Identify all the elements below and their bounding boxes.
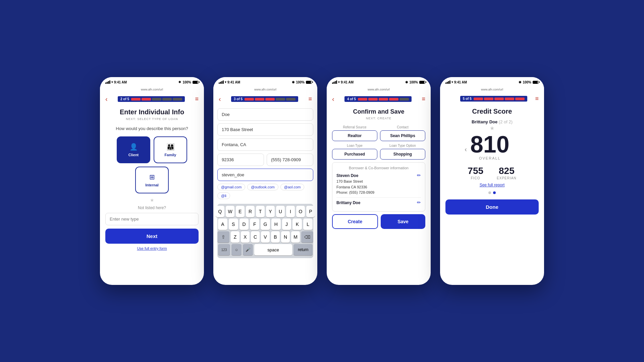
key-z[interactable]: Z [231,231,239,243]
email-chip-li[interactable]: @li [217,192,230,199]
back-button-2[interactable]: ‹ [219,95,221,103]
battery-fill-2 [306,81,311,83]
time-display-2: 9:41 AM [227,80,240,84]
key-a[interactable]: A [218,219,227,230]
credit-person-sub: (2 of 2) [499,119,513,124]
key-p[interactable]: P [306,206,315,217]
step-total-3: 5 [354,97,356,101]
key-v[interactable]: V [261,231,270,243]
key-l[interactable]: L [303,219,313,230]
prog-seg [245,98,254,101]
key-f[interactable]: F [250,219,259,230]
key-emoji[interactable]: ☺ [231,244,241,255]
address-input[interactable] [217,123,313,136]
credit-person-name: Brittany Doe [472,119,497,124]
signal-bar [445,82,446,84]
key-w[interactable]: W [226,206,234,217]
key-b[interactable]: B [271,231,280,243]
battery-fill [193,81,198,83]
key-h[interactable]: H [271,219,281,230]
url-bar-3: www.afn.com/url [327,87,431,93]
credit-prev-arrow[interactable]: ‹ [465,145,467,153]
borrower-name-1: Steven Doe [336,173,374,179]
prog-seg [505,98,514,100]
key-u[interactable]: U [276,206,285,217]
bluetooth-icon: ✱ [178,80,181,84]
option-client[interactable]: 👤 Client [117,136,150,163]
create-button[interactable]: Create [332,214,378,229]
back-button-3[interactable]: ‹ [332,95,334,103]
next-button-1[interactable]: Next [105,229,199,244]
city-state-input[interactable] [217,138,313,151]
star-rating-1: ★ [105,197,199,203]
key-o[interactable]: O [296,206,305,217]
status-left-1: ▾ 9:41 AM [105,80,127,84]
use-form-link-1[interactable]: Use full entry form [105,246,199,250]
key-j[interactable]: J [282,219,291,230]
key-k[interactable]: K [292,219,302,230]
step-total-2: 5 [241,97,243,101]
delete-key[interactable]: ⌫ [301,231,313,243]
prog-seg-pending [162,98,172,101]
edit-icon-1[interactable]: ✏ [417,173,421,178]
phone-3: ▾ 9:41 AM ✱ 100% www.afn.com/url ‹ 4 of … [327,77,431,285]
key-d[interactable]: D [239,219,249,230]
form-fields: @gmail.com @outlook.com @aol.com @li [217,106,313,201]
phone-input[interactable] [267,154,313,166]
keyboard-row-3: ⇧ Z X C V B N M ⌫ [218,231,313,243]
key-q[interactable]: Q [216,206,224,217]
space-key[interactable]: space [254,244,292,255]
email-chip-outlook[interactable]: @outlook.com [247,184,278,190]
key-s[interactable]: S [229,219,238,230]
screen1-question: How would you describe this person? [105,126,199,131]
option-family[interactable]: 👨‍👩‍👧 Family [154,136,187,163]
menu-button-2[interactable]: ≡ [308,96,312,103]
key-t[interactable]: T [256,206,265,217]
shift-key[interactable]: ⇧ [217,231,229,243]
loan-type-label: Loan Type [332,144,377,147]
done-button[interactable]: Done [445,199,539,215]
signal-bar [336,80,337,84]
key-e[interactable]: E [236,206,245,217]
save-button[interactable]: Save [381,214,425,229]
prog-seg-done [142,98,151,101]
internal-label: Internal [145,183,159,187]
new-type-input[interactable] [105,213,199,225]
key-123[interactable]: 123 [218,244,230,255]
loan-option-col: Loan Type Option Shopping [380,144,425,160]
key-g[interactable]: G [261,219,270,230]
battery-percent: 100% [182,80,191,84]
key-n[interactable]: N [281,231,290,243]
menu-button-1[interactable]: ≡ [195,96,199,103]
key-i[interactable]: I [286,206,295,217]
key-r[interactable]: R [246,206,255,217]
keyboard-row-4: 123 ☺ 🎤 space return [218,244,313,255]
screen1-subtitle: NEXT: SELECT TYPE OF LOAN [105,117,199,121]
back-button-1[interactable]: ‹ [105,95,108,103]
email-chip-gmail[interactable]: @gmail.com [217,184,245,190]
contact-col: Contact Sean Phillips [380,125,425,141]
key-c[interactable]: C [251,231,260,243]
battery-icon [193,81,199,84]
borrower-phone-1: Phone: (555) 728-0909 [336,190,374,195]
key-y[interactable]: Y [266,206,275,217]
option-internal[interactable]: ⊞ Internal [135,167,169,193]
email-chip-aol[interactable]: @aol.com [280,184,305,190]
type-options: 👤 Client 👨‍👩‍👧 Family ⊞ Internal [105,136,199,193]
signal-bar [221,81,222,84]
edit-icon-2[interactable]: ✏ [417,200,421,205]
key-mic[interactable]: 🎤 [243,244,253,255]
status-left-3: ▾ 9:41 AM [332,80,354,84]
borrower-info-1: Steven Doe 170 Base Street Fontana CA 92… [336,173,374,195]
menu-button-3[interactable]: ≡ [422,96,425,103]
full-report-link[interactable]: See full report [480,183,505,187]
return-key[interactable]: return [293,244,313,255]
key-m[interactable]: M [291,231,300,243]
key-x[interactable]: X [241,231,250,243]
borrower-name-2: Brittany Doe [336,200,360,206]
email-input[interactable] [217,169,313,181]
last-name-input[interactable] [217,108,313,121]
menu-button-4[interactable]: ≡ [535,95,539,102]
fico-label: FICO [468,176,483,180]
zip-input[interactable] [217,154,264,166]
